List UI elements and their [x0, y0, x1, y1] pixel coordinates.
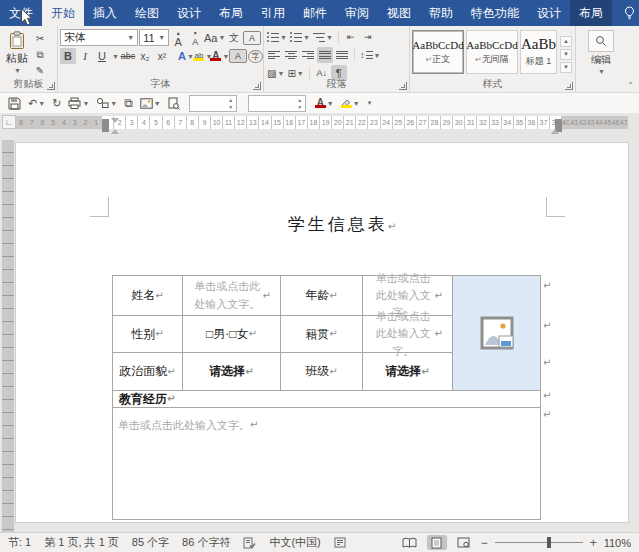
tab-view[interactable]: 视图: [378, 0, 420, 26]
document-area[interactable]: 学生信息表↵ 姓名↵单击或点击此处输入文字。↵年龄↵单击或点击此处输入文字。↵性…: [0, 132, 639, 533]
enclose-character-button[interactable]: 字: [248, 50, 263, 63]
tab-table-layout[interactable]: 布局: [570, 0, 612, 26]
web-layout-button[interactable]: [454, 535, 474, 550]
multilevel-list-button[interactable]: ▼: [312, 29, 334, 45]
spell-check-status[interactable]: [243, 537, 256, 549]
tab-table-design[interactable]: 设计: [528, 0, 570, 26]
table-cell-1-3-placeholder[interactable]: 单击或点击此处输入文字。↵: [363, 316, 453, 353]
table-cell-2-1-select[interactable]: 请选择↵: [183, 353, 281, 391]
status-page-number[interactable]: 第 1 页, 共 1 页: [44, 535, 119, 550]
style-normal[interactable]: AaBbCcDd ↵正文: [412, 30, 464, 74]
zoom-slider-thumb[interactable]: [547, 537, 551, 548]
cut-button[interactable]: ✂: [32, 32, 48, 45]
shapes-button[interactable]: ▼: [94, 95, 119, 111]
status-char-count[interactable]: 86 个字符: [182, 535, 230, 550]
font-color-button[interactable]: A▼: [212, 48, 228, 64]
font-size-combo[interactable]: 11▼: [139, 29, 169, 46]
table-cell-1-1-checkbox[interactable]: □男·□女↵: [183, 316, 281, 353]
change-case-button[interactable]: Aa▼: [204, 30, 225, 46]
style-heading1[interactable]: AaBb 标题 1: [520, 30, 557, 74]
paste-button[interactable]: 粘贴 ▼: [2, 29, 32, 79]
insert-picture-button[interactable]: ▼: [138, 95, 163, 111]
zoom-out-button[interactable]: −: [481, 536, 488, 550]
phonetic-guide-button[interactable]: 文: [226, 30, 242, 46]
decrease-indent-button[interactable]: ⇤: [343, 29, 359, 45]
table-cell-0-1-placeholder[interactable]: 单击或点击此处输入文字。↵: [183, 276, 281, 316]
justify-button[interactable]: [317, 47, 333, 63]
underline-button[interactable]: U: [94, 48, 110, 64]
tab-mailings[interactable]: 邮件: [294, 0, 336, 26]
align-left-button[interactable]: [266, 47, 282, 63]
increase-indent-button[interactable]: ⇥: [360, 29, 376, 45]
tab-stop-selector[interactable]: ∟: [2, 115, 16, 129]
font-dialog-launcher[interactable]: [253, 82, 261, 90]
tab-design[interactable]: 设计: [168, 0, 210, 26]
align-right-button[interactable]: [300, 47, 316, 63]
scroll-up-icon[interactable]: ▲: [560, 36, 572, 47]
table-cell-4-0-body-placeholder[interactable]: 单击或点击此处输入文字。↵: [113, 408, 541, 520]
clipboard-dialog-launcher[interactable]: [47, 82, 55, 90]
paragraph-dialog-launcher[interactable]: [399, 82, 407, 90]
gallery-more-icon[interactable]: ▼: [560, 62, 572, 73]
print-preview-button[interactable]: [166, 95, 182, 111]
tab-file[interactable]: 文件: [0, 0, 42, 26]
table-cell-2-3-select[interactable]: 请选择↵: [363, 353, 453, 391]
character-border-button[interactable]: A: [243, 31, 261, 45]
status-section[interactable]: 节: 1: [8, 535, 31, 550]
text-effects-button[interactable]: A▼: [178, 48, 194, 64]
status-word-count[interactable]: 85 个字: [132, 535, 169, 550]
copy-button[interactable]: ⧉: [32, 48, 48, 61]
spin-up-icon[interactable]: ▲: [227, 97, 235, 103]
zoom-in-button[interactable]: +: [590, 536, 597, 550]
read-mode-button[interactable]: [400, 535, 420, 550]
table-column-marker[interactable]: [102, 119, 109, 132]
spinner-field-1[interactable]: ▲▼: [189, 95, 237, 112]
font-name-combo[interactable]: 宋体▼: [60, 29, 138, 46]
tab-draw[interactable]: 绘图: [126, 0, 168, 26]
student-table[interactable]: 姓名↵单击或点击此处输入文字。↵年龄↵单击或点击此处输入文字。↵性别↵□男·□女…: [112, 275, 541, 520]
character-shading-button[interactable]: A: [229, 49, 247, 63]
superscript-button[interactable]: x²: [154, 48, 170, 64]
tab-features[interactable]: 特色功能: [462, 0, 528, 26]
tab-insert[interactable]: 插入: [84, 0, 126, 26]
italic-button[interactable]: I: [77, 48, 93, 64]
zoom-slider[interactable]: [495, 542, 583, 543]
scroll-down-icon[interactable]: ▼: [560, 49, 572, 60]
collapse-ribbon-button[interactable]: ⌃: [627, 81, 634, 90]
document-page[interactable]: 学生信息表↵ 姓名↵单击或点击此处输入文字。↵年龄↵单击或点击此处输入文字。↵性…: [16, 143, 628, 522]
subscript-button[interactable]: x₂: [137, 48, 153, 64]
distribute-button[interactable]: [334, 47, 350, 63]
zoom-level[interactable]: 110%: [604, 537, 631, 549]
highlight-color-button[interactable]: ab▼: [195, 48, 211, 64]
styles-dialog-launcher[interactable]: [565, 82, 573, 90]
vertical-ruler[interactable]: [2, 140, 14, 533]
strikethrough-button[interactable]: abc: [120, 48, 136, 64]
spin-up-icon[interactable]: ▲: [296, 97, 304, 103]
style-no-spacing[interactable]: AaBbCcDd ↵无间隔: [466, 30, 518, 74]
grow-font-button[interactable]: ▲A: [170, 30, 186, 46]
status-language[interactable]: 中文(中国): [269, 535, 320, 550]
qat-overflow-button[interactable]: ▾: [365, 95, 374, 111]
spin-down-icon[interactable]: ▼: [227, 104, 235, 110]
save-button[interactable]: [6, 95, 23, 111]
qat-highlight-button[interactable]: ▼: [339, 95, 362, 111]
hanging-indent-marker[interactable]: [111, 125, 119, 134]
tab-references[interactable]: 引用: [252, 0, 294, 26]
shrink-font-button[interactable]: ▼A: [187, 30, 203, 46]
find-button[interactable]: [588, 30, 614, 52]
insert-mode-status[interactable]: [334, 537, 346, 548]
tell-me-search[interactable]: 操作说明搜索: [614, 0, 639, 26]
spinner-field-2[interactable]: ▲▼: [248, 95, 306, 112]
horizontal-ruler[interactable]: 87654321 1234567891011121314151617181920…: [16, 116, 628, 129]
format-painter-button[interactable]: ✎: [32, 64, 48, 77]
line-spacing-button[interactable]: ↕▼: [359, 47, 381, 63]
table-cell-3-0-header[interactable]: 教育经历↵: [113, 391, 541, 408]
styles-gallery-scroll[interactable]: ▲▼▼: [559, 30, 573, 79]
undo-button[interactable]: ↶▼: [26, 95, 47, 111]
print-layout-button[interactable]: [427, 535, 447, 550]
bullets-button[interactable]: ▼: [266, 29, 288, 45]
table-cell-0-4-photo[interactable]: [453, 276, 541, 391]
redo-button[interactable]: ↻: [50, 95, 63, 111]
print-button[interactable]: ▼: [66, 95, 91, 111]
copy-tool-button[interactable]: ⧉: [122, 95, 135, 111]
